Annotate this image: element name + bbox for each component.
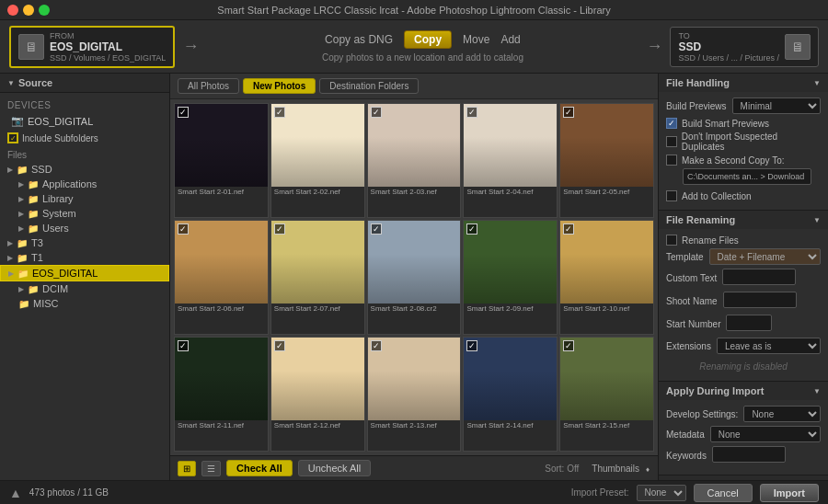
photo-checkbox-1[interactable]: ✓	[178, 107, 189, 118]
device-icon: 📷	[11, 115, 24, 127]
metadata-select[interactable]: None	[710, 426, 821, 442]
from-source-box[interactable]: 🖥 FROM EOS_DIGITAL SSD / Volumes / EOS_D…	[9, 26, 175, 68]
grid-view-button[interactable]: ⊞	[178, 461, 196, 476]
photo-cell-3[interactable]: ✓Smart Start 2-03.nef	[367, 103, 462, 218]
photo-cell-13[interactable]: ✓Smart Start 2-13.nef	[367, 337, 462, 452]
photo-label-13: Smart Start 2-13.nef	[368, 420, 461, 430]
add-mode[interactable]: Add	[500, 33, 520, 46]
thumbnail-slider[interactable]: ⬧	[645, 464, 650, 474]
eos-digital-device[interactable]: 📷 EOS_DIGITAL	[0, 112, 169, 130]
list-view-button[interactable]: ☰	[201, 461, 221, 476]
dcim-tree-item[interactable]: ▶ 📁 DCIM	[0, 281, 169, 296]
photo-checkbox-12[interactable]: ✓	[274, 340, 285, 351]
include-subfolders-checkbox[interactable]: ✓	[7, 132, 18, 143]
shoot-name-input[interactable]	[723, 292, 797, 308]
photo-checkbox-13[interactable]: ✓	[371, 340, 382, 351]
copy-as-dng-mode[interactable]: Copy as DNG	[325, 33, 393, 46]
from-label: FROM	[50, 31, 166, 40]
photo-checkbox-5[interactable]: ✓	[563, 107, 574, 118]
minimize-button[interactable]	[23, 5, 34, 16]
rename-files-checkbox[interactable]	[666, 235, 677, 246]
check-all-button[interactable]: Check All	[226, 460, 293, 476]
library-tree-item[interactable]: ▶ 📁 Library	[0, 191, 169, 206]
photo-checkbox-11[interactable]: ✓	[178, 340, 189, 351]
custom-text-input[interactable]	[722, 269, 796, 285]
destination-device-name: SSD	[678, 40, 779, 53]
second-copy-path-input[interactable]	[683, 168, 811, 185]
photo-label-8: Smart Start 2-08.cr2	[368, 304, 461, 314]
system-tree-item[interactable]: ▶ 📁 System	[0, 206, 169, 221]
status-arrow-icon[interactable]: ▲	[9, 486, 22, 500]
ssd-tree-item[interactable]: ▶ 📁 SSD	[0, 162, 169, 177]
uncheck-all-button[interactable]: Uncheck All	[298, 460, 371, 476]
new-photos-tab[interactable]: New Photos	[243, 78, 316, 94]
photo-cell-10[interactable]: ✓Smart Start 2-10.nef	[559, 220, 654, 335]
cancel-button[interactable]: Cancel	[694, 484, 753, 502]
start-number-input[interactable]	[726, 315, 772, 331]
t1-tree-item[interactable]: ▶ 📁 T1	[0, 250, 169, 265]
move-mode[interactable]: Move	[463, 33, 489, 46]
build-smart-previews-checkbox[interactable]	[666, 118, 677, 129]
photo-cell-9[interactable]: ✓Smart Start 2-09.nef	[463, 220, 558, 335]
users-tree-item[interactable]: ▶ 📁 Users	[0, 221, 169, 235]
misc-tree-item[interactable]: 📁 MISC	[0, 296, 169, 311]
t1-label: T1	[31, 252, 43, 263]
photo-checkbox-4[interactable]: ✓	[466, 107, 477, 118]
add-to-collection-checkbox[interactable]	[666, 190, 677, 201]
template-select[interactable]: Date + Filename	[709, 248, 821, 265]
lib-arrow-icon: ▶	[18, 195, 24, 203]
photo-cell-11[interactable]: ✓Smart Start 2-11.nef	[174, 337, 269, 452]
photo-checkbox-2[interactable]: ✓	[274, 107, 285, 118]
file-renaming-triangle-icon[interactable]: ▼	[813, 216, 821, 224]
window-controls[interactable]	[7, 5, 50, 16]
all-photos-tab[interactable]: All Photos	[178, 78, 239, 94]
t3-tree-item[interactable]: ▶ 📁 T3	[0, 235, 169, 250]
dont-import-label: Don't Import Suspected Duplicates	[682, 132, 821, 152]
develop-settings-select[interactable]: None	[743, 406, 821, 422]
apply-during-import-label: Apply During Import	[666, 385, 764, 396]
device-name: EOS_DIGITAL	[28, 116, 93, 127]
applications-tree-item[interactable]: ▶ 📁 Applications	[0, 177, 169, 191]
photo-cell-14[interactable]: ✓Smart Start 2-14.nef	[463, 337, 558, 452]
photo-cell-7[interactable]: ✓Smart Start 2-07.nef	[270, 220, 365, 335]
file-handling-triangle-icon[interactable]: ▼	[813, 79, 821, 87]
keywords-input[interactable]	[712, 446, 786, 463]
eos-digital-tree-item[interactable]: ▶ 📁 EOS_DIGITAL	[0, 265, 169, 281]
photo-checkbox-9[interactable]: ✓	[466, 223, 477, 235]
photo-cell-4[interactable]: ✓Smart Start 2-04.nef	[463, 103, 558, 218]
keywords-row: Keywords	[666, 446, 821, 465]
make-second-copy-row: Make a Second Copy To:	[666, 155, 821, 166]
photo-cell-8[interactable]: ✓Smart Start 2-08.cr2	[367, 220, 462, 335]
import-preset-select[interactable]: None	[637, 485, 686, 501]
file-renaming-section: File Renaming ▼ Rename Files Template Da…	[659, 211, 828, 382]
photo-checkbox-10[interactable]: ✓	[563, 223, 574, 235]
photo-cell-6[interactable]: ✓Smart Start 2-06.nef	[174, 220, 269, 335]
close-button[interactable]	[7, 5, 18, 16]
photo-checkbox-7[interactable]: ✓	[274, 223, 285, 235]
to-destination-box[interactable]: TO SSD SSD / Users / ... / Pictures / 🖥	[670, 27, 819, 67]
make-second-copy-checkbox[interactable]	[666, 155, 677, 166]
photo-cell-15[interactable]: ✓Smart Start 2-15.nef	[559, 337, 654, 452]
file-handling-section: File Handling ▼ Build Previews Minimal B…	[659, 74, 828, 211]
photo-checkbox-8[interactable]: ✓	[371, 223, 382, 235]
photo-checkbox-15[interactable]: ✓	[563, 340, 574, 351]
photo-label-12: Smart Start 2-12.nef	[271, 420, 364, 430]
system-label: System	[42, 208, 76, 219]
photo-cell-1[interactable]: ✓Smart Start 2-01.nef	[174, 103, 269, 218]
photo-checkbox-14[interactable]: ✓	[466, 340, 477, 351]
photo-cell-5[interactable]: ✓Smart Start 2-05.nef	[559, 103, 654, 218]
photo-checkbox-6[interactable]: ✓	[178, 223, 189, 235]
photo-cell-12[interactable]: ✓Smart Start 2-12.nef	[270, 337, 365, 452]
dont-import-checkbox[interactable]	[666, 136, 677, 147]
apply-triangle-icon[interactable]: ▼	[813, 387, 821, 395]
status-right-area: Import Preset: None Cancel Import	[571, 484, 819, 502]
build-previews-select[interactable]: Minimal	[732, 97, 821, 114]
destination-folders-tab[interactable]: Destination Folders	[319, 78, 419, 94]
bottom-toolbar: ⊞ ☰ Check All Uncheck All Sort: Off Thum…	[170, 455, 658, 480]
extensions-select[interactable]: Leave as is	[717, 338, 821, 354]
import-button[interactable]: Import	[760, 484, 819, 502]
photo-cell-2[interactable]: ✓Smart Start 2-02.nef	[270, 103, 365, 218]
photo-checkbox-3[interactable]: ✓	[371, 107, 382, 118]
maximize-button[interactable]	[39, 5, 50, 16]
copy-button[interactable]: Copy	[404, 30, 452, 49]
